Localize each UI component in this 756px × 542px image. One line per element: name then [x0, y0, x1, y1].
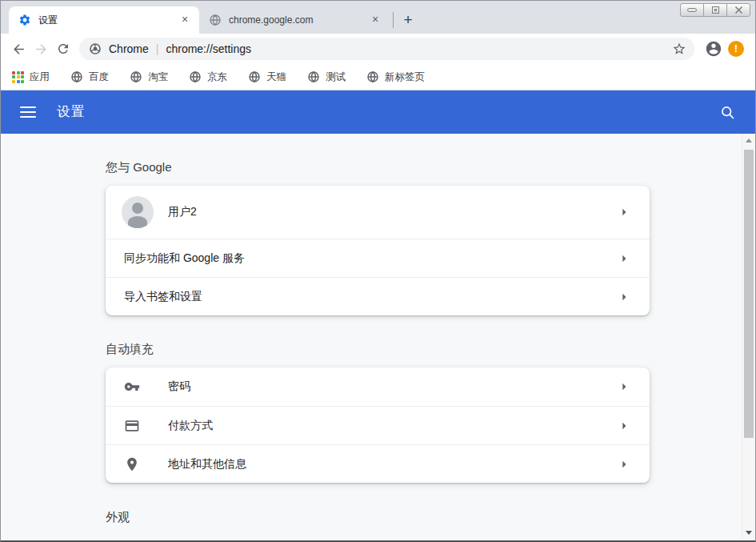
location-pin-icon — [124, 456, 140, 472]
card-autofill: 密码 付款方式 地址和其他信息 — [106, 367, 650, 483]
bookmark-label: 天猫 — [266, 70, 286, 84]
bookmark-label: 百度 — [89, 70, 109, 84]
tab-label: 设置 — [38, 14, 174, 27]
toolbar: Chrome | chrome://settings ! — [1, 34, 755, 64]
section-heading-autofill: 自动填充 — [106, 342, 650, 357]
bookmark-label: 新标签页 — [385, 70, 425, 84]
bookmark-item[interactable]: 京东 — [189, 70, 227, 84]
tabs: 设置 × chrome.google.com × + — [1, 1, 755, 34]
url-text[interactable]: chrome://settings — [166, 42, 672, 55]
card-you-and-google: 用户2 同步功能和 Google 服务 导入书签和设置 — [106, 186, 650, 315]
credit-card-icon — [124, 418, 140, 434]
site-name: Chrome — [109, 42, 149, 55]
row-addresses[interactable]: 地址和其他信息 — [106, 444, 650, 483]
maximize-icon — [712, 6, 719, 14]
bookmark-label: 测试 — [326, 70, 346, 84]
chevron-right-icon — [616, 418, 632, 434]
chevron-right-icon — [616, 289, 632, 305]
forward-button[interactable] — [30, 38, 52, 60]
key-icon — [124, 379, 140, 395]
star-icon — [672, 42, 686, 56]
bookmark-apps[interactable]: 应用 — [12, 70, 50, 84]
menu-button[interactable] — [20, 106, 36, 118]
bookmark-item[interactable]: 天猫 — [248, 70, 286, 84]
tab-settings[interactable]: 设置 × — [9, 6, 199, 34]
settings-header: 设置 — [1, 90, 755, 134]
minimize-icon — [687, 8, 697, 12]
row-import-bookmarks[interactable]: 导入书签和设置 — [106, 277, 650, 315]
row-label: 密码 — [168, 379, 190, 394]
row-label: 同步功能和 Google 服务 — [124, 251, 245, 266]
back-icon — [11, 42, 26, 57]
globe-icon — [70, 70, 83, 83]
settings-title: 设置 — [57, 103, 85, 121]
row-label: 地址和其他信息 — [168, 457, 246, 472]
row-label: 付款方式 — [168, 419, 213, 433]
bookmark-item[interactable]: 淘宝 — [130, 70, 168, 84]
bookmark-label: 应用 — [30, 70, 50, 84]
tab-chrome-google[interactable]: chrome.google.com × — [199, 6, 390, 34]
address-bar[interactable]: Chrome | chrome://settings — [79, 38, 694, 60]
row-sync-google-services[interactable]: 同步功能和 Google 服务 — [106, 239, 650, 277]
triangle-up-icon — [746, 139, 752, 143]
browser-window: 设置 × chrome.google.com × + Chrome | c — [0, 0, 756, 542]
globe-icon — [189, 70, 202, 83]
tab-separator — [393, 12, 394, 28]
bookmark-item[interactable]: 百度 — [70, 70, 109, 84]
maximize-button[interactable] — [703, 3, 727, 17]
scrollbar-thumb[interactable] — [744, 150, 754, 438]
scroll-down-button[interactable] — [742, 526, 755, 540]
tab-close-icon[interactable]: × — [178, 14, 191, 26]
apps-grid-icon — [12, 71, 24, 83]
user-avatar-icon — [122, 196, 154, 228]
row-payment-methods[interactable]: 付款方式 — [106, 406, 650, 444]
globe-icon — [248, 70, 261, 83]
bookmark-label: 京东 — [207, 70, 227, 84]
section-heading-appearance: 外观 — [106, 510, 650, 525]
forward-icon — [34, 42, 49, 57]
globe-icon — [366, 70, 379, 83]
tab-close-icon[interactable]: × — [369, 14, 382, 26]
search-icon — [719, 104, 736, 121]
chevron-right-icon — [616, 456, 632, 472]
settings-content: 您与 Google 用户2 同步功能和 Google 服务 导入书签和设置 自动… — [1, 134, 755, 540]
section-heading-you-and-google: 您与 Google — [106, 160, 650, 175]
new-tab-button[interactable]: + — [397, 9, 419, 31]
close-icon — [734, 6, 743, 14]
chevron-right-icon — [616, 204, 632, 220]
profile-icon — [705, 40, 722, 58]
profile-button[interactable] — [705, 40, 722, 58]
triangle-down-icon — [746, 531, 752, 535]
vertical-scrollbar[interactable] — [742, 134, 755, 540]
chevron-right-icon — [616, 251, 632, 267]
back-button[interactable] — [7, 38, 30, 60]
chevron-right-icon — [616, 379, 632, 395]
row-label: 导入书签和设置 — [124, 290, 202, 304]
close-button[interactable] — [726, 3, 750, 17]
bookmark-label: 淘宝 — [148, 70, 168, 84]
tab-label: chrome.google.com — [229, 14, 364, 26]
bookmark-item[interactable]: 新标签页 — [366, 70, 425, 84]
row-label: 用户2 — [168, 205, 197, 219]
reload-icon — [56, 42, 70, 56]
bookmarks-bar: 应用 百度 淘宝 京东 天猫 测试 新标签页 — [1, 64, 755, 90]
bookmark-item[interactable]: 测试 — [307, 70, 346, 84]
row-user-profile[interactable]: 用户2 — [106, 186, 650, 239]
globe-icon — [307, 70, 320, 83]
scroll-up-button[interactable] — [742, 134, 755, 147]
chrome-icon — [89, 42, 102, 55]
window-controls — [681, 3, 750, 17]
update-menu-button[interactable]: ! — [728, 41, 744, 57]
search-button[interactable] — [719, 104, 736, 121]
row-passwords[interactable]: 密码 — [106, 367, 650, 406]
url-separator: | — [156, 42, 159, 55]
globe-icon — [130, 70, 142, 83]
tab-strip: 设置 × chrome.google.com × + — [1, 1, 755, 34]
globe-icon — [209, 14, 222, 26]
bookmark-star-button[interactable] — [672, 42, 686, 56]
minimize-button[interactable] — [680, 3, 704, 17]
gear-icon — [18, 14, 31, 26]
reload-button[interactable] — [52, 38, 74, 60]
